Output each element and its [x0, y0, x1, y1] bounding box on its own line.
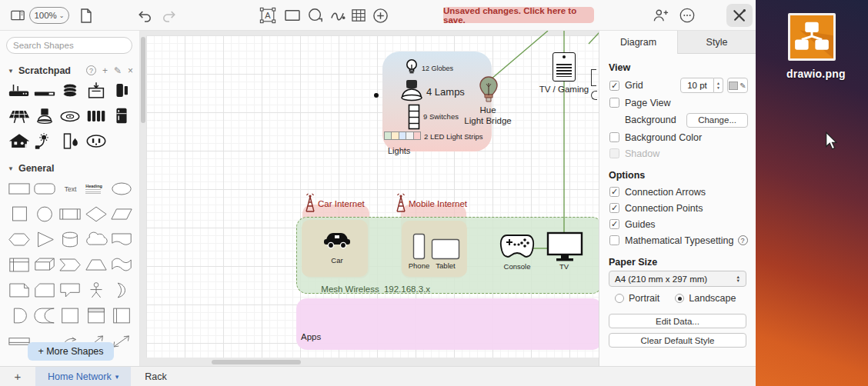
page-tab-rack[interactable]: Rack	[131, 367, 180, 386]
mobile-internet-label[interactable]: Mobile Internet	[409, 199, 486, 208]
general-section-header[interactable]: ▼ General	[8, 163, 133, 174]
background-color-checkbox[interactable]	[609, 132, 619, 142]
tv-gaming-device[interactable]	[553, 52, 576, 82]
tv-icon[interactable]	[546, 231, 583, 262]
shape-square[interactable]	[6, 203, 32, 225]
shape-heading[interactable]: Heading	[83, 178, 108, 200]
help-icon[interactable]: ?	[86, 65, 96, 75]
grid-size-input[interactable]	[680, 78, 714, 93]
shape-and[interactable]	[6, 304, 32, 327]
shape-vertical-container[interactable]	[83, 304, 108, 327]
landscape-radio[interactable]	[675, 294, 684, 303]
drawio-file-icon[interactable]: drawio.png	[786, 13, 837, 80]
collapse-triangle-icon[interactable]: ▼	[8, 165, 14, 172]
tablet-label[interactable]: Tablet	[431, 261, 460, 270]
connection-waypoint-dot[interactable]	[374, 93, 379, 98]
page-scale-icon[interactable]	[78, 7, 94, 24]
scratchpad-header[interactable]: ▼ Scratchpad ? + ✎ ×	[8, 65, 133, 76]
shape-process[interactable]	[58, 203, 83, 225]
close-scratchpad-icon[interactable]: ×	[128, 65, 133, 76]
connection-points-checkbox[interactable]: ✓	[609, 203, 619, 213]
tab-diagram[interactable]: Diagram	[599, 31, 678, 54]
shape-callout[interactable]	[58, 279, 83, 301]
text-tool-icon[interactable]: A	[259, 7, 277, 24]
shape-ellipse[interactable]	[109, 178, 135, 200]
scratch-shape-plant-sensor[interactable]	[32, 130, 57, 152]
shape-diamond[interactable]	[83, 203, 108, 225]
shape-triangle[interactable]	[32, 228, 57, 251]
zoom-dropdown[interactable]: 100% ⌄	[29, 7, 69, 24]
page-tab-home-network[interactable]: Home Network ▾	[35, 367, 131, 386]
mobile-internet-antenna-icon[interactable]	[394, 193, 408, 212]
undo-icon[interactable]	[135, 7, 154, 24]
shape-hexagon[interactable]	[6, 228, 32, 251]
horizontal-scrollbar[interactable]	[212, 360, 301, 364]
unsaved-changes-banner[interactable]: Unsaved changes. Click here to save.	[443, 7, 594, 23]
grid-size-stepper[interactable]: ▲▼	[714, 78, 723, 93]
insert-shape-icon[interactable]	[371, 7, 389, 24]
share-icon[interactable]	[651, 7, 671, 24]
led-label[interactable]: 2 LED Light Strips	[424, 132, 509, 141]
paper-size-select[interactable]: A4 (210 mm x 297 mm) ▲▼	[609, 271, 746, 287]
switch-icon[interactable]	[408, 104, 420, 130]
hue-bridge-icon[interactable]	[478, 75, 499, 105]
scratch-shape-solar-panel[interactable]	[6, 105, 32, 127]
portrait-radio[interactable]	[615, 294, 624, 303]
car-icon[interactable]	[322, 228, 352, 249]
shape-document[interactable]	[109, 228, 135, 251]
console-label[interactable]: Console	[499, 262, 535, 271]
add-page-icon[interactable]: +	[0, 367, 35, 386]
tv-gaming-label[interactable]: TV / Gaming	[529, 85, 599, 94]
shape-rectangle[interactable]	[6, 178, 32, 200]
connection-arrows-checkbox[interactable]: ✓	[609, 187, 619, 197]
sketch-theme-button[interactable]	[726, 4, 753, 27]
drawing-canvas[interactable]: 12 Globes 4 Lamps 9 Switches 2 LED Light…	[140, 31, 599, 366]
toggle-panels-icon[interactable]	[9, 7, 26, 24]
globes-label[interactable]: 12 Globes	[422, 65, 476, 72]
car-internet-antenna-icon[interactable]	[303, 193, 317, 212]
ellipse-tool-icon[interactable]	[306, 7, 325, 24]
lamps-label[interactable]: 4 Lamps	[426, 86, 480, 98]
car-internet-label[interactable]: Car Internet	[318, 199, 379, 208]
scratch-shape-fridge[interactable]	[109, 105, 135, 127]
shape-cloud[interactable]	[83, 228, 108, 251]
shape-container[interactable]	[58, 304, 83, 327]
shape-tape[interactable]	[109, 254, 135, 276]
lights-group-label[interactable]: Lights	[388, 146, 434, 155]
grid-checkbox[interactable]: ✓	[609, 81, 619, 91]
edit-scratchpad-icon[interactable]: ✎	[114, 65, 122, 76]
rectangle-tool-icon[interactable]	[283, 7, 302, 24]
mesh-subnet-label[interactable]: 192.168.3.x	[380, 285, 434, 294]
led-strip-icon[interactable]	[384, 131, 421, 140]
scratch-shape-door-sensor[interactable]	[58, 130, 83, 152]
shape-or[interactable]	[109, 279, 135, 301]
scratch-shape-smart-home[interactable]	[6, 130, 32, 152]
scratch-shape-smoke-detector[interactable]	[58, 105, 83, 127]
mesh-wireless-label[interactable]: Mesh Wireless	[315, 285, 385, 294]
shape-rounded-rectangle[interactable]	[32, 178, 57, 200]
console-icon[interactable]	[499, 232, 535, 260]
tv-label[interactable]: TV	[553, 262, 576, 271]
more-actions-icon[interactable]	[677, 7, 697, 24]
shape-step[interactable]	[58, 254, 83, 276]
vertical-scrollbar[interactable]	[141, 37, 145, 123]
page-view-checkbox[interactable]	[609, 98, 619, 108]
shape-parallelogram[interactable]	[109, 203, 135, 225]
shape-data-storage[interactable]	[32, 304, 57, 327]
car-label[interactable]: Car	[322, 256, 352, 265]
guides-checkbox[interactable]: ✓	[609, 219, 619, 229]
collapse-triangle-icon[interactable]: ▼	[8, 68, 14, 75]
scratch-shape-power-outlet[interactable]	[83, 130, 108, 152]
redo-icon[interactable]	[160, 7, 179, 24]
search-shapes-box[interactable]	[6, 37, 132, 54]
edit-data-button[interactable]: Edit Data...	[609, 314, 746, 328]
shape-card[interactable]	[32, 279, 57, 301]
scratch-shape-wifi-router[interactable]	[6, 79, 32, 101]
freehand-tool-icon[interactable]	[329, 7, 347, 24]
apps-region[interactable]	[296, 298, 599, 350]
shape-text[interactable]: Text	[58, 178, 83, 200]
scratch-shape-shredder[interactable]	[83, 79, 108, 101]
shape-internal-storage[interactable]	[6, 254, 32, 276]
lamp-icon[interactable]	[399, 78, 425, 101]
shape-list[interactable]	[109, 304, 135, 327]
